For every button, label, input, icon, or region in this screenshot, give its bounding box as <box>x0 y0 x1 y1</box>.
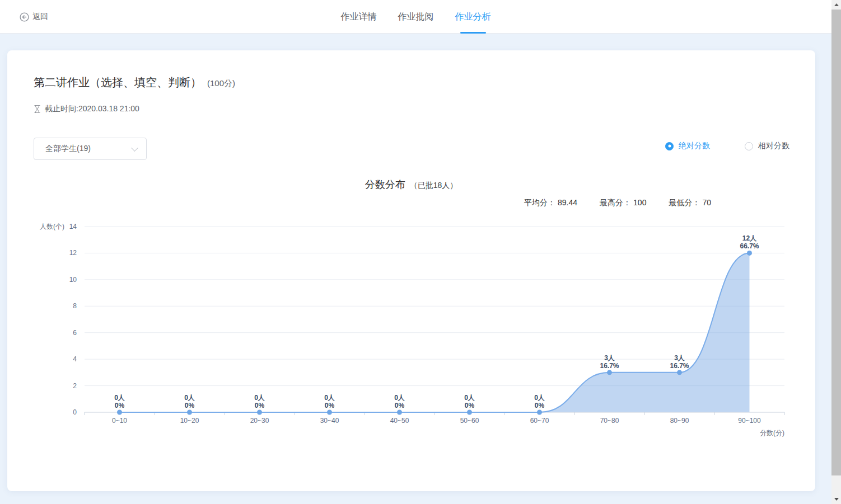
svg-text:8: 8 <box>73 302 77 310</box>
svg-text:0人: 0人 <box>114 394 125 402</box>
stat-average: 平均分：89.44 <box>524 198 577 208</box>
student-filter-select[interactable]: 全部学生(19) <box>34 138 147 160</box>
radio-unselected-icon <box>745 142 753 150</box>
svg-text:0人: 0人 <box>184 394 195 402</box>
svg-text:14: 14 <box>69 223 77 230</box>
svg-text:分数(分): 分数(分) <box>760 429 784 437</box>
svg-text:0人: 0人 <box>464 394 475 402</box>
triangle-up-icon <box>834 3 839 6</box>
svg-text:20~30: 20~30 <box>250 417 269 425</box>
svg-text:16.7%: 16.7% <box>670 362 689 370</box>
page-scrollbar[interactable] <box>831 0 841 504</box>
svg-text:12: 12 <box>69 249 77 257</box>
svg-text:0%: 0% <box>115 402 125 409</box>
stat-highest: 最高分：100 <box>600 198 646 208</box>
chevron-down-icon <box>131 144 138 152</box>
svg-text:0%: 0% <box>325 402 335 409</box>
svg-text:10: 10 <box>69 276 77 284</box>
svg-text:66.7%: 66.7% <box>740 242 759 250</box>
svg-text:80~90: 80~90 <box>670 417 689 425</box>
svg-text:0%: 0% <box>465 402 475 409</box>
svg-text:60~70: 60~70 <box>530 417 549 425</box>
tab-homework-detail[interactable]: 作业详情 <box>341 0 377 34</box>
svg-text:30~40: 30~40 <box>320 417 339 425</box>
tab-homework-analysis[interactable]: 作业分析 <box>455 0 491 34</box>
chart-title: 分数分布 <box>365 179 405 190</box>
scrollbar-down-arrow[interactable] <box>831 494 841 504</box>
svg-text:0%: 0% <box>185 402 195 409</box>
svg-text:90~100: 90~100 <box>738 417 761 425</box>
svg-text:0人: 0人 <box>534 394 545 402</box>
svg-text:0人: 0人 <box>254 394 265 402</box>
active-tab-underline <box>460 32 486 34</box>
svg-text:12人: 12人 <box>742 234 757 242</box>
radio-absolute-score[interactable]: 绝对分数 <box>665 141 710 151</box>
top-navbar: 返回 作业详情 作业批阅 作业分析 <box>0 0 831 34</box>
svg-text:2: 2 <box>73 382 77 390</box>
score-distribution-chart: 024681012140~1010~2020~3030~4040~5050~60… <box>23 218 802 442</box>
svg-text:0人: 0人 <box>324 394 335 402</box>
svg-text:70~80: 70~80 <box>600 417 619 425</box>
score-mode-radio-group: 绝对分数 相对分数 <box>665 141 789 151</box>
svg-text:0%: 0% <box>255 402 265 409</box>
svg-text:0%: 0% <box>395 402 405 409</box>
chart-title-row: 分数分布（已批18人） <box>7 178 815 191</box>
hourglass-icon <box>34 105 41 114</box>
radio-selected-icon <box>665 142 674 150</box>
assignment-title-text: 第二讲作业（选择、填空、判断） <box>34 75 202 90</box>
svg-text:0%: 0% <box>535 402 545 409</box>
svg-text:16.7%: 16.7% <box>600 362 619 370</box>
score-stats-row: 平均分：89.44 最高分：100 最低分：70 <box>524 198 711 208</box>
assignment-title: 第二讲作业（选择、填空、判断） (100分) <box>34 75 235 90</box>
tab-homework-review[interactable]: 作业批阅 <box>398 0 434 34</box>
triangle-down-icon <box>834 498 839 501</box>
svg-text:0人: 0人 <box>394 394 405 402</box>
scrollbar-up-arrow[interactable] <box>831 0 841 10</box>
svg-text:40~50: 40~50 <box>390 417 409 425</box>
radio-relative-score[interactable]: 相对分数 <box>745 141 789 151</box>
scrollbar-thumb[interactable] <box>831 10 841 475</box>
nav-tabs: 作业详情 作业批阅 作业分析 <box>0 0 831 34</box>
analysis-card: 第二讲作业（选择、填空、判断） (100分) 截止时间:2020.03.18 2… <box>7 50 815 491</box>
svg-text:6: 6 <box>73 329 77 337</box>
student-filter-value: 全部学生(19) <box>34 144 132 154</box>
stat-lowest: 最低分：70 <box>669 198 711 208</box>
svg-text:0~10: 0~10 <box>112 417 127 425</box>
svg-text:人数(个): 人数(个) <box>40 223 64 230</box>
svg-text:50~60: 50~60 <box>460 417 479 425</box>
svg-text:4: 4 <box>73 355 77 363</box>
svg-text:3人: 3人 <box>604 354 615 362</box>
chart-subtitle: （已批18人） <box>410 181 458 190</box>
deadline-row: 截止时间:2020.03.18 21:00 <box>34 104 139 114</box>
assignment-total-score: (100分) <box>207 78 235 89</box>
svg-text:0: 0 <box>73 408 77 416</box>
svg-text:10~20: 10~20 <box>180 417 199 425</box>
deadline-text: 截止时间:2020.03.18 21:00 <box>45 104 139 114</box>
svg-text:3人: 3人 <box>674 354 685 362</box>
